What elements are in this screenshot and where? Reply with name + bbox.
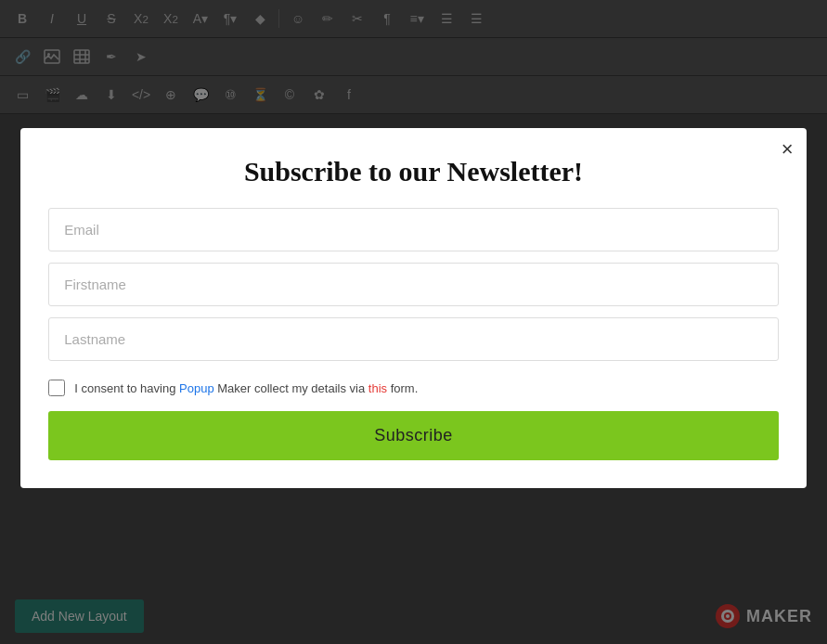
- consent-text-part2: Maker collect my details via: [214, 381, 368, 395]
- this-link[interactable]: this: [368, 381, 387, 395]
- firstname-field[interactable]: [48, 263, 778, 306]
- subscribe-button[interactable]: Subscribe: [48, 411, 778, 460]
- consent-text: I consent to having Popup Maker collect …: [74, 381, 418, 395]
- lastname-field[interactable]: [48, 317, 778, 361]
- modal-overlay: × Subscribe to our Newsletter! I consent…: [0, 0, 827, 644]
- popup-link[interactable]: Popup: [179, 381, 214, 395]
- consent-checkbox[interactable]: [48, 380, 65, 396]
- newsletter-modal: × Subscribe to our Newsletter! I consent…: [20, 128, 806, 488]
- email-field[interactable]: [48, 208, 778, 251]
- consent-text-part3: form.: [387, 381, 418, 395]
- modal-close-button[interactable]: ×: [782, 139, 794, 160]
- modal-title: Subscribe to our Newsletter!: [48, 156, 778, 187]
- consent-text-part1: I consent to having: [74, 381, 179, 395]
- consent-row: I consent to having Popup Maker collect …: [48, 380, 778, 396]
